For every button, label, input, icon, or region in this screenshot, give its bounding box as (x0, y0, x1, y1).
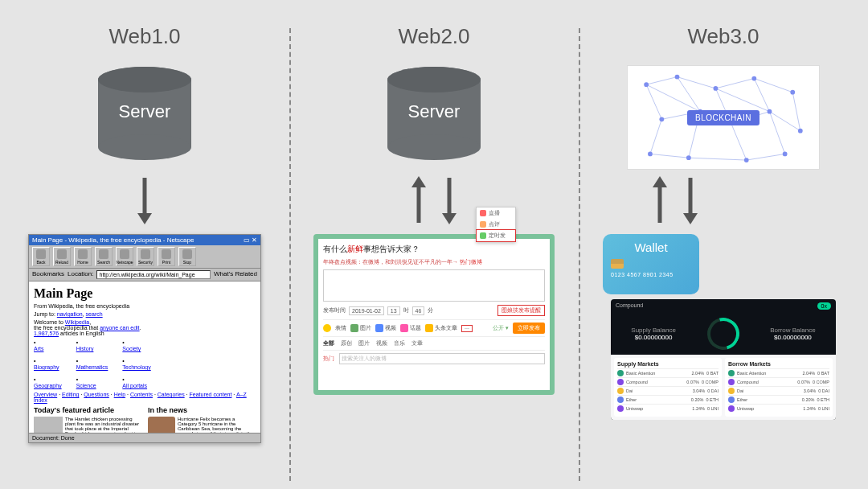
web1-tb-search[interactable]: Search (95, 247, 113, 266)
svg-line-32 (747, 154, 785, 160)
svg-point-37 (675, 75, 680, 80)
tool-image[interactable]: 图片 (350, 324, 371, 332)
web1-tb-stop[interactable]: Stop (178, 247, 196, 266)
column-web2: Web2.0 Server 有什么新鲜事想告诉大家？ (289, 0, 579, 489)
svg-point-38 (714, 86, 719, 91)
tab-all[interactable]: 全部 (323, 339, 334, 347)
column-web3: Web3.0 BLOCKCHAIN (579, 0, 868, 489)
web1-tb-back[interactable]: Back (32, 247, 50, 266)
emoji-icon[interactable] (323, 324, 331, 332)
web2-red-callout[interactable]: 图娘技发布提醒 (497, 305, 545, 316)
tool-emoji[interactable]: 表情 (335, 324, 346, 332)
tool-more[interactable]: ··· (461, 325, 473, 332)
web1-tb-netscape[interactable]: Netscape (116, 247, 133, 266)
web2-subline: 年终盘点视频：在微博，和刘洪悦见证不平凡的一年→ 热门微博 (323, 258, 545, 266)
market-row[interactable]: Basic Attention2.04%0 BAT (617, 368, 719, 377)
web1-jump-search[interactable]: search (86, 311, 103, 317)
web1-tb-reload[interactable]: Reload (53, 247, 71, 266)
web2-tabs: 全部 原创 图片 视频 音乐 文章 (323, 337, 545, 351)
compound-account[interactable]: 0x (817, 302, 831, 310)
arrow-down-icon (136, 175, 154, 226)
web2-hour-input[interactable]: 13 (387, 306, 400, 315)
wallet-chip-icon (611, 259, 624, 269)
arrow-down-icon (682, 175, 699, 226)
svg-point-41 (659, 117, 664, 121)
market-row[interactable]: Uniswap1.24%0 UNI (617, 404, 719, 413)
web1-window-title: Main Page - Wikipedia, the free encyclop… (32, 236, 194, 244)
tab-original[interactable]: 原创 (341, 339, 352, 347)
tab-video[interactable]: 视频 (376, 339, 387, 347)
dd-review[interactable]: 点评 (477, 219, 515, 230)
submit-button[interactable]: 立即发布 (513, 323, 545, 334)
compound-brand: Compound (616, 302, 643, 310)
svg-point-9 (387, 67, 481, 92)
svg-marker-51 (653, 176, 667, 187)
market-row[interactable]: Dai3.04%0 DAI (617, 386, 719, 395)
tool-video[interactable]: 视频 (375, 324, 396, 332)
web1-tb-print[interactable]: Print (158, 247, 175, 266)
column-web1: Web1.0 Server Main Page - Wikipedia, the… (0, 0, 289, 489)
web2-search-input[interactable]: 搜索关注人的微博 (339, 353, 545, 364)
hot-button[interactable]: 热门 (323, 355, 334, 363)
web1-location-label: Location: (68, 270, 93, 279)
visibility-select[interactable]: 公开 ▾ (493, 324, 509, 332)
svg-marker-53 (683, 213, 698, 224)
market-row[interactable]: Compound0.07%0 COMP (728, 377, 829, 386)
market-row[interactable]: Compound0.07%0 COMP (617, 377, 719, 386)
web1-tb-security[interactable]: Security (137, 247, 154, 266)
web1-jump-nav[interactable]: navigation (57, 311, 83, 317)
web1-addrbar: Bookmarks Location: http://en.wikipedia.… (29, 269, 260, 281)
web1-related[interactable]: What's Related (214, 270, 257, 279)
arrow-down-web1 (136, 175, 154, 226)
svg-line-35 (715, 88, 769, 112)
web1-address-input[interactable]: http://en.wikipedia.org/wiki/Main_Page (96, 270, 211, 279)
dd-live[interactable]: 直播 (477, 208, 515, 219)
apy-gauge-icon (701, 312, 745, 356)
svg-point-47 (686, 155, 691, 160)
arrows-web2 (410, 175, 458, 226)
server-icon: Server (84, 65, 205, 162)
tab-music[interactable]: 音乐 (394, 339, 405, 347)
tab-article[interactable]: 文章 (411, 339, 423, 347)
svg-line-26 (650, 119, 661, 154)
title-web3: Web3.0 (687, 24, 759, 49)
dd-schedule[interactable]: 定时发 (476, 229, 516, 242)
web2-date-input[interactable]: 2019-01-02 (349, 306, 384, 315)
svg-point-2 (98, 134, 191, 160)
svg-point-8 (387, 134, 481, 160)
svg-line-29 (769, 112, 784, 154)
market-row[interactable]: Ether0.20%0 ETH (728, 395, 829, 404)
market-row[interactable]: Uniswap1.24%0 UNI (728, 404, 829, 413)
tool-topic[interactable]: 话题 (400, 324, 421, 332)
web2-minute-input[interactable]: 46 (412, 306, 425, 315)
web1-tb-home[interactable]: Home (74, 247, 92, 266)
server-icon-2: Server (374, 65, 494, 162)
title-web1: Web1.0 (108, 24, 180, 49)
web1-bookmarks[interactable]: Bookmarks (32, 270, 64, 279)
market-row[interactable]: Dai3.04%0 DAI (728, 386, 829, 395)
svg-marker-11 (411, 176, 426, 187)
svg-point-40 (790, 90, 795, 95)
web1-browser-window: Main Page - Wikipedia, the free encyclop… (28, 234, 261, 443)
web2-textarea[interactable] (323, 269, 545, 302)
svg-marker-5 (137, 213, 152, 224)
svg-line-34 (646, 84, 700, 112)
svg-point-36 (644, 82, 649, 87)
blockchain-label: BLOCKCHAIN (687, 110, 760, 125)
tool-article[interactable]: 头条文章 (425, 324, 457, 332)
web1-portals: •Arts•Biography•Geography •History•Mathe… (34, 339, 256, 388)
web1-titlebar: Main Page - Wikipedia, the free encyclop… (29, 235, 260, 245)
svg-line-31 (689, 158, 747, 160)
borrow-balance: Borrow Balance $0.00000000 (770, 327, 815, 341)
market-row[interactable]: Ether0.20%0 ETH (617, 395, 719, 404)
server-label: Server (84, 101, 205, 122)
svg-marker-13 (442, 213, 457, 224)
web1-from: From Wikipedia, the free encyclopedia (34, 303, 256, 309)
svg-line-14 (646, 77, 677, 85)
market-row[interactable]: Basic Attention2.04%0 BAT (728, 368, 829, 377)
svg-line-25 (769, 112, 800, 131)
web1-window-controls: ▭ ✕ (244, 236, 257, 244)
svg-point-46 (648, 152, 653, 157)
arrow-down-icon (440, 175, 458, 226)
tab-image[interactable]: 图片 (358, 339, 370, 347)
